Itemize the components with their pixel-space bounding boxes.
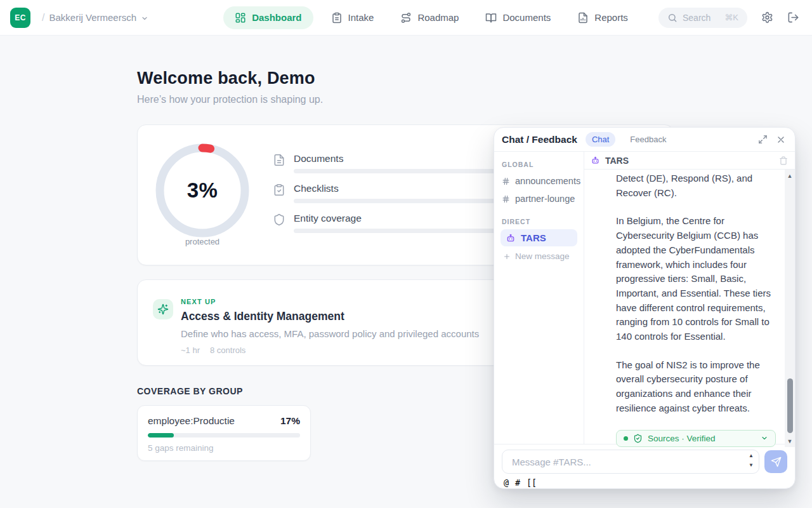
mention-shortcut[interactable]: @: [504, 478, 509, 488]
layout-grid-icon: [235, 12, 246, 23]
chat-composer: ▲ ▼ @ # [[: [494, 444, 795, 488]
tab-reports[interactable]: Reports: [568, 6, 637, 29]
paper-plane-icon: [771, 457, 782, 467]
robot-icon: [506, 233, 516, 243]
logout-icon: [787, 11, 799, 23]
chat-sidebar: GLOBAL announcements partner-lounge DIRE…: [494, 152, 584, 444]
book-open-icon: [485, 12, 497, 23]
group-percent: 17%: [280, 415, 300, 427]
sparkles-icon: [153, 299, 173, 319]
send-button[interactable]: [764, 450, 787, 473]
sources-label: Sources · Verified: [648, 434, 756, 443]
trash-icon: [779, 156, 788, 165]
scroll-down-arrow[interactable]: ▼: [785, 437, 795, 446]
tab-intake[interactable]: Intake: [322, 6, 383, 29]
new-message-button[interactable]: New message: [502, 246, 570, 261]
dm-tars[interactable]: TARS: [501, 229, 577, 246]
nav-label: Intake: [348, 12, 374, 23]
file-chart-icon: [577, 12, 589, 23]
chat-conversation: TARS Detect (DE), Respond (RS), and Reco…: [584, 152, 795, 444]
breadcrumb-entity-selector[interactable]: / Bakkerij Vermeersch: [42, 12, 148, 23]
composer-scroll-down[interactable]: ▼: [749, 462, 754, 469]
shield-icon: [273, 213, 285, 233]
plus-icon: [503, 253, 511, 260]
breadcrumb-entity: Bakkerij Vermeersch: [49, 12, 136, 23]
composer-scroll-up[interactable]: ▲: [749, 452, 754, 460]
chat-header: Chat / Feedback Chat Feedback: [494, 128, 795, 152]
group-name: employee:Productie: [148, 415, 235, 427]
scrollbar[interactable]: ▲ ▼: [785, 170, 795, 447]
message-line: Cybersecurity Belgium (CCB) has: [616, 229, 781, 243]
message-line: have different control requirements,: [616, 301, 781, 316]
progress-bar: [148, 433, 300, 438]
next-up-description: Define who has access, MFA, password pol…: [181, 328, 479, 339]
file-text-icon: [273, 154, 285, 173]
tab-feedback[interactable]: Feedback: [624, 132, 672, 147]
nav-label: Roadmap: [417, 12, 459, 23]
tab-documents[interactable]: Documents: [476, 6, 560, 29]
logout-button[interactable]: [787, 11, 799, 23]
search-placeholder: Search: [683, 13, 719, 23]
search-icon: [667, 13, 678, 23]
expand-button[interactable]: [758, 135, 768, 144]
message-input[interactable]: [502, 450, 759, 474]
channel-shortcut[interactable]: #: [515, 478, 520, 488]
next-up-eyebrow: NEXT UP: [181, 298, 479, 305]
group-note: 5 gaps remaining: [148, 443, 300, 453]
clipboard-check-icon: [273, 184, 285, 203]
dm-name: TARS: [521, 232, 546, 243]
protection-caption: protected: [149, 237, 256, 246]
search-input[interactable]: Search ⌘K: [658, 8, 747, 28]
conversation-header: TARS: [584, 152, 795, 170]
tab-chat[interactable]: Chat: [586, 132, 615, 147]
channel-partner-lounge[interactable]: partner-lounge: [502, 190, 576, 208]
message-line: Recover (RC).: [616, 186, 781, 201]
chevron-down-icon: [141, 15, 148, 22]
delete-conversation-button[interactable]: [779, 156, 788, 165]
sources-verified-button[interactable]: Sources · Verified: [616, 430, 776, 447]
channel-name: announcements: [515, 176, 580, 186]
scrollbar-thumb[interactable]: [787, 378, 793, 433]
close-button[interactable]: [776, 135, 786, 145]
gear-icon: [761, 11, 773, 23]
breadcrumb-slash: /: [42, 12, 44, 23]
next-up-controls: 8 controls: [210, 345, 246, 355]
chevron-down-icon: [761, 434, 768, 442]
message-line: resilience against cyber threats.: [616, 401, 781, 416]
robot-icon: [591, 156, 600, 165]
message-line: ranging from 10 controls for Small to: [616, 315, 781, 330]
coverage-group-card: employee:Productie 17% 5 gaps remaining: [137, 405, 311, 461]
expand-icon: [758, 135, 768, 144]
nav-label: Documents: [502, 12, 551, 23]
assistant-message: Detect (DE), Respond (RS), and Recover (…: [616, 171, 781, 447]
message-line: In Belgium, the Centre for: [616, 214, 781, 229]
brand-logo[interactable]: EC: [10, 8, 30, 28]
close-icon: [776, 135, 786, 145]
global-section-label: GLOBAL: [502, 161, 576, 168]
search-shortcut: ⌘K: [724, 13, 738, 22]
conversation-name: TARS: [605, 156, 774, 166]
chat-panel: Chat / Feedback Chat Feedback GLOBAL ann…: [494, 127, 796, 489]
page-title: Welcome back, Demo: [137, 69, 674, 88]
message-line: 140 controls for Essential.: [616, 330, 781, 344]
route-icon: [400, 12, 412, 23]
message-scroll-area: Detect (DE), Respond (RS), and Recover (…: [584, 170, 795, 447]
message-line: Important, and Essential. These tiers: [616, 286, 781, 301]
settings-button[interactable]: [761, 11, 773, 23]
main-nav: Dashboard Intake Roadmap Documents Repor…: [219, 6, 641, 29]
message-line: overall cybersecurity posture of: [616, 372, 781, 387]
tab-roadmap[interactable]: Roadmap: [391, 6, 468, 29]
tab-dashboard[interactable]: Dashboard: [223, 6, 313, 29]
shield-check-icon: [633, 434, 643, 443]
new-message-label: New message: [515, 251, 570, 261]
channel-announcements[interactable]: announcements: [502, 172, 576, 190]
top-nav-bar: EC / Bakkerij Vermeersch Dashboard Intak…: [0, 0, 812, 36]
chat-title: Chat / Feedback: [502, 134, 577, 145]
next-up-duration: ~1 hr: [181, 345, 200, 355]
message-line: Detect (DE), Respond (RS), and: [616, 171, 781, 186]
clipboard-icon: [331, 12, 343, 23]
link-shortcut[interactable]: [[: [527, 478, 537, 488]
hash-icon: [502, 177, 510, 185]
scroll-up-arrow[interactable]: ▲: [785, 171, 795, 180]
direct-section-label: DIRECT: [502, 218, 576, 225]
